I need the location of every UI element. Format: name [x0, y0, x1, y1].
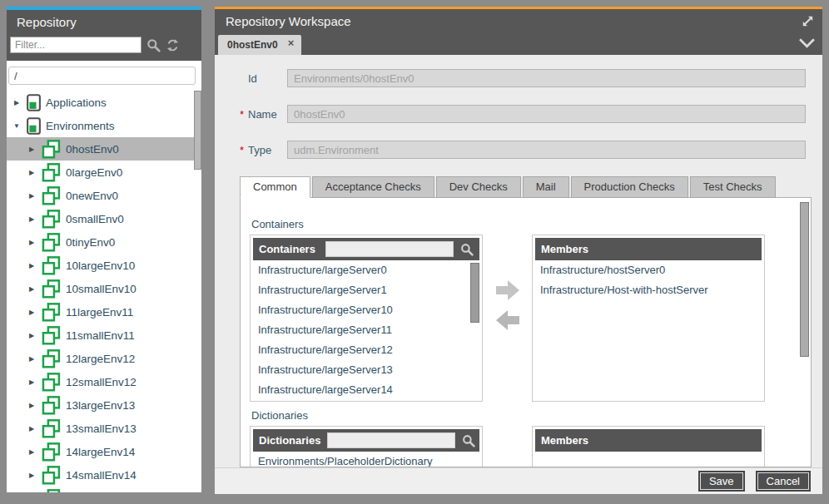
tree-item-label: 12smallEnv12	[66, 376, 137, 388]
list-item[interactable]: Infrastructure/largeServer12	[253, 340, 479, 360]
form-field-row: *Name	[240, 105, 806, 123]
list-item[interactable]: Infrastructure/Host-with-hostServer	[535, 280, 762, 300]
field-type-input	[287, 141, 806, 159]
environment-icon	[42, 326, 61, 345]
move-right-arrow-button[interactable]	[494, 278, 522, 303]
search-icon[interactable]	[146, 38, 161, 52]
document-tabstrip: 0hostEnv0 ×	[215, 33, 822, 55]
expand-icon[interactable]: ▶	[27, 239, 37, 246]
content-scrollbar-thumb[interactable]	[800, 202, 809, 357]
expand-icon[interactable]: ▶	[27, 169, 37, 176]
list-title: Members	[541, 243, 588, 255]
list-item[interactable]: Infrastructure/largeServer1	[253, 280, 479, 300]
workspace-panel: Repository Workspace 0hostEnv0 × Id*Name…	[215, 7, 822, 494]
environment-icon	[42, 442, 61, 462]
expand-icon[interactable]: ▶	[27, 378, 37, 386]
list-item[interactable]: Infrastructure/largeServer0	[253, 260, 479, 280]
list-scrollbar-thumb[interactable]	[470, 263, 479, 323]
tree-item-label: 0tinyEnv0	[66, 236, 115, 249]
tree-item[interactable]: ▶ 13smallEnv13	[7, 417, 194, 440]
tree-item[interactable]: ▶ Applications	[7, 91, 194, 114]
tree-item[interactable]: ▶ 0largeEnv0	[7, 161, 194, 184]
expand-icon[interactable]	[801, 14, 815, 28]
tree-item[interactable]: ▶ 12largeEnv12	[7, 347, 194, 370]
workspace-header: Repository Workspace	[215, 9, 822, 33]
content-scrollbar[interactable]	[799, 200, 809, 464]
expand-icon[interactable]: ▶	[27, 425, 37, 432]
expand-icon[interactable]: ▶	[12, 99, 22, 106]
tree-item[interactable]: ▶ 0hostEnv0	[7, 137, 194, 161]
tree-item-label: 13smallEnv13	[66, 422, 137, 435]
repository-panel: Repository ▶ Applications▼ Environments▶…	[7, 7, 201, 492]
tree-item-label: 0hostEnv0	[66, 143, 119, 156]
tree-item[interactable]: ▶ 15largeEnv15	[7, 487, 194, 492]
cancel-button[interactable]: Cancel	[756, 471, 811, 492]
close-icon[interactable]: ×	[288, 37, 295, 48]
tree-item[interactable]: ▶ 0smallEnv0	[7, 207, 194, 230]
list-search-input[interactable]	[327, 432, 455, 448]
tree-item[interactable]: ▶ 0tinyEnv0	[7, 230, 194, 254]
tab-common[interactable]: Common	[240, 176, 310, 198]
tab-test-checks[interactable]: Test Checks	[690, 176, 776, 198]
expand-icon[interactable]: ▶	[27, 192, 37, 200]
available-list: Containers Infrastructure/largeServer0In…	[250, 235, 483, 402]
list-search-input[interactable]	[325, 241, 454, 257]
document-tab[interactable]: 0hostEnv0 ×	[218, 35, 301, 55]
expand-icon[interactable]: ▶	[27, 448, 37, 456]
tree-item[interactable]: ▶ 10largeEnv10	[7, 254, 194, 277]
tree-item[interactable]: ▶ 14smallEnv14	[7, 463, 194, 487]
collapse-icon[interactable]: ▼	[12, 122, 22, 130]
environment-icon	[42, 186, 61, 205]
document-tab-label: 0hostEnv0	[227, 39, 278, 51]
tree-item-label: 11smallEnv11	[66, 329, 135, 342]
section-containers: ContainersContainers Infrastructure/larg…	[241, 218, 811, 402]
tab-production-checks[interactable]: Production Checks	[571, 176, 688, 198]
expand-icon[interactable]: ▶	[27, 355, 37, 363]
tab-acceptance-checks[interactable]: Acceptance Checks	[312, 176, 434, 198]
tree-item[interactable]: ▶ 14largeEnv14	[7, 440, 194, 463]
expand-icon[interactable]: ▶	[27, 146, 37, 153]
common-tab-panel: ContainersContainers Infrastructure/larg…	[240, 197, 812, 467]
list-item[interactable]: Infrastructure/largeServer13	[253, 360, 479, 380]
repository-panel-title: Repository	[17, 15, 77, 29]
chevron-down-icon[interactable]	[798, 37, 816, 48]
expand-icon[interactable]: ▶	[27, 215, 37, 223]
list-item[interactable]: Infrastructure/largeServer11	[253, 320, 479, 340]
tree-item[interactable]: ▶ 10smallEnv10	[7, 277, 194, 300]
refresh-icon[interactable]	[166, 38, 180, 52]
section-dictionaries: DictionariesDictionaries Environments/Pl…	[241, 409, 811, 467]
tree-item[interactable]: ▶ 12smallEnv12	[7, 370, 194, 393]
expand-icon[interactable]: ▶	[27, 262, 37, 269]
tree-item-label: Applications	[46, 96, 107, 109]
tab-mail[interactable]: Mail	[523, 176, 569, 198]
tree-scrollbar-thumb[interactable]	[194, 91, 201, 170]
tab-dev-checks[interactable]: Dev Checks	[436, 176, 521, 198]
expand-icon[interactable]: ▶	[27, 309, 37, 316]
tree-item-label: 10smallEnv10	[66, 283, 137, 295]
tree-scrollbar[interactable]	[194, 91, 201, 492]
members-list: MembersInfrastructure/hostServer0Infrast…	[532, 235, 765, 402]
tree-item[interactable]: ▼ Environments	[7, 114, 194, 137]
expand-icon[interactable]: ▶	[27, 285, 37, 293]
list-items	[535, 452, 762, 467]
list-item[interactable]: Infrastructure/largeServer14	[253, 380, 479, 398]
tree-item[interactable]: ▶ 0newEnv0	[7, 184, 194, 207]
move-left-arrow-button[interactable]	[494, 308, 522, 333]
tree-item[interactable]: ▶ 11smallEnv11	[7, 324, 194, 347]
tree-item[interactable]: ▶ 11largeEnv11	[7, 300, 194, 324]
tree-item[interactable]: ▶ 13largeEnv13	[7, 393, 194, 417]
search-icon[interactable]	[460, 243, 474, 256]
footer-bar: Save Cancel	[215, 467, 822, 494]
tree-item-label: 0largeEnv0	[66, 166, 122, 179]
expand-icon[interactable]: ▶	[27, 472, 37, 479]
field-label-text: Name	[248, 108, 277, 121]
search-icon[interactable]	[462, 434, 475, 447]
save-button[interactable]: Save	[698, 471, 745, 492]
expand-icon[interactable]: ▶	[27, 402, 37, 409]
list-item[interactable]: Infrastructure/largeServer10	[253, 300, 479, 320]
filter-input[interactable]	[10, 37, 141, 53]
list-item[interactable]: Infrastructure/hostServer0	[535, 260, 762, 280]
list-item[interactable]: Environments/PlaceholderDictionary	[253, 452, 479, 467]
path-input[interactable]	[8, 67, 196, 85]
expand-icon[interactable]: ▶	[27, 332, 37, 339]
